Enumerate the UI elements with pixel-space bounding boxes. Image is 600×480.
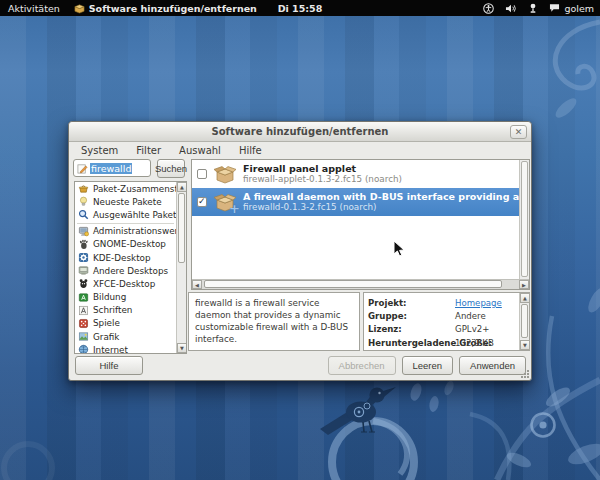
- sidebar-item-package-collections[interactable]: Paket-Zusammenstellungen: [75, 182, 176, 195]
- scroll-right-icon[interactable]: ▶: [519, 280, 529, 289]
- resize-grip[interactable]: [520, 369, 530, 379]
- scroll-down-icon[interactable]: ▼: [177, 343, 187, 353]
- detail-row-group: Gruppe: Andere: [368, 309, 518, 322]
- monitor-icon: [78, 226, 89, 237]
- package-description: firewalld is a firewall service daemon t…: [188, 292, 360, 351]
- homepage-link[interactable]: Homepage: [455, 298, 502, 308]
- accessibility-icon[interactable]: [483, 3, 494, 14]
- username-label: golem: [564, 3, 594, 14]
- sidebar-item-selected-packages[interactable]: Ausgewählte Pakete: [75, 208, 176, 221]
- scroll-down-icon[interactable]: ▼: [520, 340, 530, 350]
- scroll-left-icon[interactable]: ◀: [192, 280, 202, 289]
- package-title: Firewall panel applet: [243, 163, 402, 174]
- lightbulb-icon: [78, 196, 89, 207]
- sidebar-item-education[interactable]: Bildung: [75, 291, 176, 304]
- chat-bubble-icon: [549, 3, 560, 13]
- package-version: firewall-applet-0.1.3-2.fc15 (noarch): [243, 174, 402, 185]
- detail-row-project: Projekt: Homepage: [368, 296, 518, 309]
- detail-row-license: Lizenz: GPLv2+: [368, 323, 518, 336]
- menubar: System Filter Auswahl Hilfe: [69, 142, 531, 159]
- sidebar-item-admin-tools[interactable]: Administrationswerkzeuge: [75, 225, 176, 238]
- user-status-icon[interactable]: [528, 3, 538, 14]
- sidebar-item-graphics[interactable]: Grafik: [75, 330, 176, 343]
- sidebar-item-other-desktops[interactable]: Andere Desktops: [75, 264, 176, 277]
- app-menu-button[interactable]: Software hinzufügen/entfernen: [74, 3, 257, 14]
- category-sidebar[interactable]: Paket-Zusammenstellungen Neueste Pakete …: [74, 181, 187, 354]
- magnifier-icon: [78, 209, 89, 220]
- globe-icon: [78, 344, 89, 354]
- titlebar[interactable]: Software hinzufügen/entfernen ✕: [69, 122, 531, 142]
- details-scrollbar[interactable]: ▲ ▼: [519, 293, 529, 350]
- menu-auswahl[interactable]: Auswahl: [170, 143, 230, 158]
- details-scroll-thumb[interactable]: [521, 304, 528, 338]
- clock[interactable]: Di 15:58: [278, 3, 323, 14]
- user-menu[interactable]: golem: [549, 3, 594, 14]
- menu-filter[interactable]: Filter: [127, 143, 170, 158]
- fonts-icon: [78, 305, 89, 316]
- app-menu-label: Software hinzufügen/entfernen: [89, 3, 257, 14]
- basket-icon: [78, 183, 89, 194]
- results-scroll-thumb[interactable]: [521, 161, 528, 277]
- package-row-firewalld[interactable]: + A firewall daemon with D-BUS interface…: [192, 188, 520, 216]
- package-title: A firewall daemon with D-BUS interface p…: [243, 191, 520, 202]
- scroll-up-icon[interactable]: ▲: [177, 182, 187, 192]
- menu-hilfe[interactable]: Hilfe: [230, 143, 271, 158]
- close-button[interactable]: ✕: [510, 125, 527, 139]
- edit-pencil-icon: [77, 163, 88, 174]
- sidebar-item-internet[interactable]: Internet: [75, 343, 176, 354]
- graphics-image-icon: [78, 331, 89, 342]
- sidebar-item-newest-packages[interactable]: Neueste Pakete: [75, 195, 176, 208]
- package-results-list: Firewall panel applet firewall-applet-0.…: [191, 159, 530, 290]
- activities-button[interactable]: Aktivitäten: [8, 3, 60, 14]
- results-hscroll-thumb[interactable]: [204, 280, 502, 288]
- package-row-firewall-applet[interactable]: Firewall panel applet firewall-applet-0.…: [192, 160, 520, 188]
- install-plus-icon: +: [229, 204, 240, 214]
- sidebar-scroll-thumb[interactable]: [178, 193, 185, 263]
- apply-button[interactable]: Anwenden: [459, 356, 526, 375]
- window-title: Software hinzufügen/entfernen: [212, 126, 389, 137]
- menu-system[interactable]: System: [72, 143, 127, 158]
- detail-row-download-size: Heruntergeladene Größe: 132,9 KB: [368, 336, 518, 349]
- games-die-icon: [78, 318, 89, 329]
- search-input[interactable]: firewalld: [73, 159, 151, 177]
- results-horizontal-scrollbar[interactable]: ◀ ▶: [192, 279, 529, 289]
- education-icon: [78, 292, 89, 303]
- top-panel: Aktivitäten Software hinzufügen/entferne…: [0, 0, 600, 16]
- search-button[interactable]: Suchen: [157, 159, 185, 178]
- help-button[interactable]: Hilfe: [75, 356, 143, 375]
- clear-button[interactable]: Leeren: [402, 356, 454, 375]
- bird-silhouette: [320, 387, 396, 435]
- desktop-panel-icon: [78, 265, 89, 276]
- package-version: firewalld-0.1.3-2.fc15 (noarch): [243, 202, 520, 213]
- scroll-up-icon[interactable]: ▲: [520, 293, 530, 303]
- kde-gear-icon: [78, 252, 89, 263]
- volume-icon[interactable]: [505, 3, 517, 14]
- sidebar-item-games[interactable]: Spiele: [75, 317, 176, 330]
- search-text-selected: firewalld: [90, 163, 132, 174]
- gnome-foot-icon: [78, 239, 89, 250]
- cancel-button[interactable]: Abbrechen: [328, 356, 396, 375]
- sidebar-separator: [77, 223, 174, 224]
- package-checkbox[interactable]: [197, 169, 207, 179]
- sidebar-item-gnome-desktop[interactable]: GNOME-Desktop: [75, 238, 176, 251]
- xfce-mouse-icon: [78, 278, 89, 289]
- package-box-icon: [213, 164, 237, 184]
- package-details-panel: Projekt: Homepage Gruppe: Andere Lizenz:…: [363, 292, 530, 351]
- package-checkbox-checked[interactable]: [197, 197, 207, 207]
- software-window: Software hinzufügen/entfernen ✕ System F…: [68, 121, 532, 381]
- sidebar-item-kde-desktop[interactable]: KDE-Desktop: [75, 251, 176, 264]
- sidebar-item-xfce-desktop[interactable]: XFCE-Desktop: [75, 277, 176, 290]
- sidebar-scrollbar[interactable]: ▲ ▼: [176, 182, 186, 353]
- sidebar-item-fonts[interactable]: Schriften: [75, 304, 176, 317]
- app-package-icon: [74, 3, 85, 14]
- results-vertical-scrollbar[interactable]: [519, 160, 529, 280]
- package-box-install-icon: +: [213, 192, 237, 212]
